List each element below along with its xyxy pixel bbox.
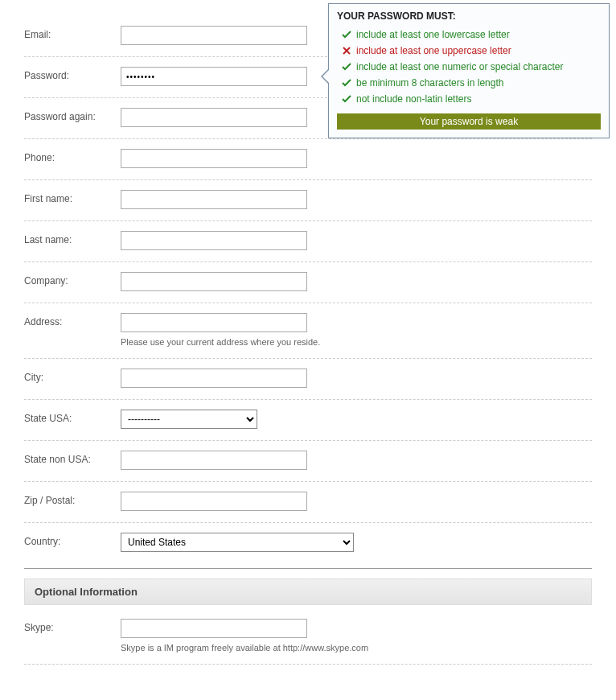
row-state-non-usa: State non USA: <box>24 441 592 482</box>
rule-item: be minimum 8 characters in length <box>342 75 601 91</box>
cross-icon <box>342 46 351 56</box>
label-city: City: <box>24 369 121 383</box>
label-company: Company: <box>24 272 121 286</box>
check-icon <box>342 30 351 39</box>
row-first-name: First name: <box>24 180 592 221</box>
email-input[interactable] <box>121 26 307 45</box>
country-select[interactable]: United States <box>121 533 354 552</box>
rule-text: be minimum 8 characters in length <box>356 77 503 89</box>
optional-section-header: Optional Information <box>24 579 592 605</box>
row-last-name: Last name: <box>24 221 592 262</box>
password-strength-bar: Your password is weak <box>337 113 601 130</box>
rule-text: include at least one numeric or special … <box>356 61 563 72</box>
state-non-usa-input[interactable] <box>121 451 307 470</box>
rule-item: include at least one lowercase letter <box>342 27 601 43</box>
check-icon <box>342 78 351 88</box>
company-input[interactable] <box>121 272 307 291</box>
rule-text: include at least one uppercase letter <box>356 45 511 56</box>
label-phone: Phone: <box>24 149 121 163</box>
row-address: Address: Please use your current address… <box>24 303 592 359</box>
last-name-input[interactable] <box>121 231 307 250</box>
row-state-usa: State USA: ---------- <box>24 400 592 441</box>
label-zip: Zip / Postal: <box>24 492 121 506</box>
password-input[interactable] <box>121 67 307 86</box>
rule-list: include at least one lowercase letter in… <box>337 27 601 107</box>
label-state-usa: State USA: <box>24 410 121 424</box>
address-input[interactable] <box>121 313 307 332</box>
first-name-input[interactable] <box>121 190 307 209</box>
skype-input[interactable] <box>121 619 307 638</box>
row-skype: Skype: Skype is a IM program freely avai… <box>24 609 592 665</box>
label-state-non-usa: State non USA: <box>24 451 121 465</box>
row-city: City: <box>24 359 592 400</box>
password-again-input[interactable] <box>121 108 307 127</box>
rule-item: not include non-latin letters <box>342 91 601 107</box>
zip-input[interactable] <box>121 492 307 511</box>
city-input[interactable] <box>121 369 307 388</box>
rule-text: include at least one lowercase letter <box>356 29 510 40</box>
label-password: Password: <box>24 67 121 81</box>
check-icon <box>342 94 351 104</box>
row-country: Country: United States <box>24 523 592 569</box>
label-password-again: Password again: <box>24 108 121 122</box>
label-skype: Skype: <box>24 619 121 633</box>
rule-text: not include non-latin letters <box>356 93 471 105</box>
row-phone: Phone: <box>24 139 592 180</box>
rule-item: include at least one uppercase letter <box>342 43 601 59</box>
address-hint: Please use your current address where yo… <box>121 337 592 347</box>
row-company: Company: <box>24 262 592 303</box>
rule-item: include at least one numeric or special … <box>342 59 601 75</box>
password-rules-callout: YOUR PASSWORD MUST: include at least one… <box>328 3 610 138</box>
phone-input[interactable] <box>121 149 307 168</box>
label-email: Email: <box>24 26 121 40</box>
label-last-name: Last name: <box>24 231 121 245</box>
skype-hint: Skype is a IM program freely available a… <box>121 643 592 653</box>
check-icon <box>342 62 351 72</box>
row-zip: Zip / Postal: <box>24 482 592 523</box>
label-address: Address: <box>24 313 121 327</box>
label-first-name: First name: <box>24 190 121 204</box>
state-usa-select[interactable]: ---------- <box>121 410 257 429</box>
label-country: Country: <box>24 533 121 547</box>
callout-title: YOUR PASSWORD MUST: <box>337 10 601 22</box>
